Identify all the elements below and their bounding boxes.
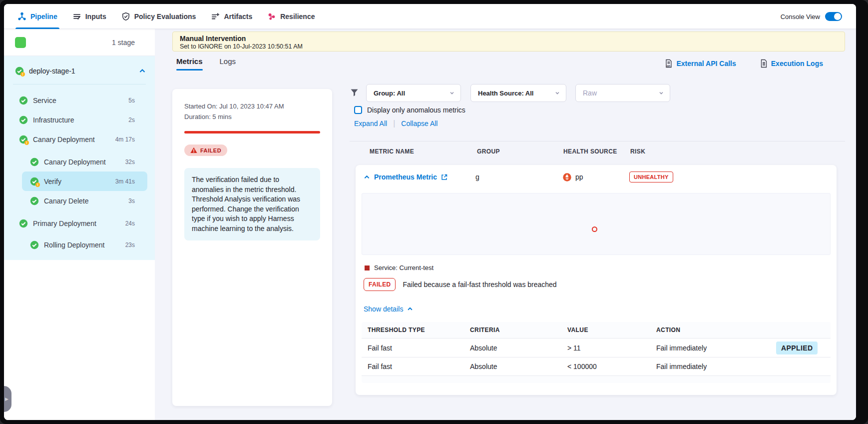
threshold-row: Fail fast Absolute < 100000 Fail immedia…	[362, 357, 831, 376]
manual-intervention-banner: Manual Intervention Set to IGNORE on 10-…	[172, 32, 845, 52]
group-filter-dropdown[interactable]: Group: All	[366, 84, 461, 102]
group-filter-value: Group: All	[374, 90, 405, 97]
stage-group-row[interactable]: ! deploy-stage-1	[4, 61, 155, 81]
step-label: Service	[33, 96, 128, 104]
failed-progress-bar	[184, 131, 320, 134]
metric-row: Prometheus Metric g pp UNHEALTHY	[356, 165, 837, 189]
show-details-toggle[interactable]: Show details	[364, 305, 413, 313]
execution-logs-label: Execution Logs	[771, 60, 823, 68]
collapse-all-link[interactable]: Collapse All	[401, 120, 437, 128]
step-label: Verify	[44, 178, 115, 186]
filter-icon[interactable]	[350, 88, 359, 97]
anomalous-metrics-checkbox[interactable]	[354, 106, 362, 114]
step-canary-delete[interactable]: Canary Delete 3s	[4, 191, 155, 210]
tab-inputs[interactable]: Inputs	[72, 4, 106, 29]
execution-sidebar: 1 stage ! deploy-stage-1 Service	[4, 29, 155, 420]
failure-reason-row: FAILED Failed because a fail-fast thresh…	[364, 278, 557, 291]
legend-label: Service: Current-test	[374, 264, 434, 272]
chevron-up-icon	[407, 306, 413, 312]
step-infrastructure[interactable]: Infrastructure 2s	[4, 110, 155, 130]
artifacts-icon	[211, 12, 220, 21]
col-criteria: CRITERIA	[470, 326, 567, 334]
chevron-down-icon	[449, 90, 454, 96]
console-view-toggle[interactable]	[825, 12, 842, 21]
step-duration: 2s	[128, 116, 135, 124]
verification-summary-card: Started On: Jul 10, 2023 10:47 AM Durati…	[172, 89, 332, 406]
threshold-type: Fail fast	[368, 344, 470, 352]
step-primary-deployment[interactable]: Primary Deployment 24s	[4, 214, 155, 233]
metric-group-value: g	[475, 173, 563, 181]
step-label: Rolling Deployment	[44, 241, 125, 249]
svg-text:API: API	[667, 65, 671, 68]
collapse-row-chevron-up-icon[interactable]	[364, 174, 370, 180]
top-nav-tabs: Pipeline Inputs Policy Evaluations	[17, 4, 315, 29]
step-canary-deployment-group[interactable]: ! Canary Deployment 4m 17s	[4, 130, 155, 149]
failed-status-badge: FAILED	[184, 144, 227, 156]
anomaly-point-marker[interactable]	[592, 226, 597, 232]
warning-badge-icon: !	[20, 72, 25, 76]
col-header-risk: RISK	[630, 148, 645, 155]
warning-triangle-icon	[190, 147, 197, 154]
metric-chart	[362, 193, 831, 255]
stage-status-square-icon	[15, 37, 26, 48]
step-duration: 24s	[125, 220, 135, 227]
step-duration: 3m 41s	[115, 178, 135, 185]
step-verify[interactable]: ! Verify 3m 41s	[22, 172, 147, 191]
warning-check-icon: !	[19, 135, 28, 144]
expand-panel-handle[interactable]: ▶	[4, 386, 11, 412]
step-duration: 32s	[125, 158, 135, 166]
col-value: VALUE	[567, 326, 656, 334]
tab-logs[interactable]: Logs	[220, 57, 236, 70]
chevron-down-icon	[659, 90, 664, 96]
content-tabs: Metrics Logs	[176, 57, 236, 70]
banner-title: Manual Intervention	[180, 34, 838, 42]
threshold-type: Fail fast	[368, 362, 470, 370]
step-label: Primary Deployment	[33, 220, 125, 228]
tab-policy-evaluations[interactable]: Policy Evaluations	[121, 4, 196, 29]
step-label: Canary Deployment	[44, 158, 125, 166]
resilience-icon	[267, 12, 276, 21]
transaction-filter-dropdown[interactable]: Raw	[575, 84, 670, 102]
stage-panel: ! deploy-stage-1 Service 5s Infrastructu…	[4, 56, 155, 260]
step-rolling-deployment[interactable]: Rolling Deployment 23s	[4, 235, 155, 254]
legend-square-icon	[365, 266, 370, 270]
tab-resilience-label: Resilience	[280, 12, 315, 20]
pipeline-icon	[17, 12, 26, 21]
success-check-icon	[30, 158, 39, 166]
step-canary-deployment[interactable]: Canary Deployment 32s	[4, 152, 155, 172]
threshold-criteria: Absolute	[470, 344, 567, 352]
metric-name-link[interactable]: Prometheus Metric	[374, 173, 437, 181]
external-link-icon[interactable]	[441, 174, 447, 180]
console-view-label: Console View	[781, 13, 820, 20]
tab-metrics[interactable]: Metrics	[176, 57, 203, 70]
anomalous-metrics-checkbox-row[interactable]: Display only anomalous metrics	[354, 106, 465, 114]
warning-check-icon: !	[30, 177, 39, 186]
tab-pipeline[interactable]: Pipeline	[17, 4, 57, 29]
health-source-filter-dropdown[interactable]: Health Source: All	[470, 84, 566, 102]
tab-artifacts[interactable]: Artifacts	[211, 4, 252, 29]
arrow-right-icon: ▶	[5, 396, 8, 402]
step-label: Canary Deployment	[33, 136, 115, 144]
external-api-calls-link[interactable]: API External API Calls	[665, 59, 736, 68]
execution-logs-link[interactable]: Execution Logs	[760, 59, 823, 68]
chevron-up-icon[interactable]	[139, 68, 146, 74]
app-screen: Pipeline Inputs Policy Evaluations	[4, 4, 856, 420]
expand-collapse-row: Expand All | Collapse All	[354, 119, 437, 128]
tab-resilience[interactable]: Resilience	[267, 4, 315, 29]
threshold-table-header: THRESHOLD TYPE CRITERIA VALUE ACTION	[362, 322, 831, 338]
step-duration: 4m 17s	[115, 136, 135, 143]
shield-check-icon	[121, 12, 130, 21]
threshold-value: > 11	[567, 344, 656, 352]
failed-badge: FAILED	[364, 278, 396, 291]
tab-inputs-label: Inputs	[85, 12, 106, 20]
step-service[interactable]: Service 5s	[4, 90, 155, 110]
document-icon	[760, 59, 768, 68]
step-duration: 3s	[128, 198, 135, 204]
toggle-knob	[834, 13, 841, 20]
main-content: Manual Intervention Set to IGNORE on 10-…	[155, 29, 856, 420]
step-duration: 5s	[128, 97, 135, 104]
expand-all-link[interactable]: Expand All	[354, 120, 387, 128]
panel-links: API External API Calls Execution Logs	[665, 59, 823, 68]
tab-policy-evaluations-label: Policy Evaluations	[134, 12, 196, 20]
applied-badge: APPLIED	[776, 342, 818, 354]
